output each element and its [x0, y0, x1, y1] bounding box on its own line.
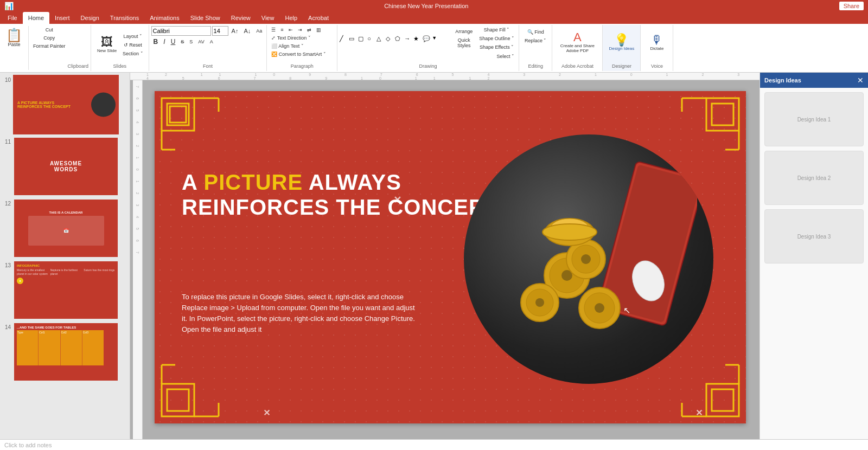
shape-callout[interactable]: 💬 [423, 35, 431, 42]
design-idea-3[interactable]: Design Idea 3 [764, 209, 864, 263]
italic-button[interactable]: I [161, 37, 167, 47]
clipboard-paste-area: 📋 Paste [2, 26, 29, 70]
shape-line[interactable]: ╱ [340, 35, 348, 42]
share-button[interactable]: Share [839, 2, 864, 10]
rtl-button[interactable]: ⇄ [305, 26, 314, 34]
tab-acrobat[interactable]: Acrobat [303, 12, 334, 24]
clear-format-button[interactable]: Aa [254, 27, 264, 35]
text-direction-button[interactable]: ⤢ Text Direction ˅ [269, 34, 312, 42]
columns-button[interactable]: ▥ [314, 26, 323, 34]
designer-label: Designer [612, 63, 631, 70]
shape-triangle[interactable]: △ [376, 35, 385, 42]
fontcolor-button[interactable]: A [208, 38, 215, 46]
char-spacing-button[interactable]: AV [196, 38, 206, 46]
tab-help[interactable]: Help [279, 12, 303, 24]
dictate-button[interactable]: 🎙 Dictate [646, 26, 667, 59]
shape-more[interactable]: ▼ [432, 35, 441, 42]
voice-group: 🎙 Dictate Voice [641, 25, 673, 71]
slide-num-13: 13 [2, 260, 11, 268]
clipboard-group: 📋 Paste Cut Copy Format Painter Clipboar… [0, 25, 91, 71]
format-painter-button[interactable]: Format Painter [31, 42, 68, 50]
slides-group: 🖼 New Slide Layout ˅ ↺ Reset Section ˅ S… [91, 25, 149, 71]
slide-img-14[interactable]: ...And the same goes for tables Type Col… [13, 322, 119, 382]
slide-thumb-10[interactable]: 10 A Picture AlwaysReinforces The Concep… [2, 75, 127, 134]
shape-star[interactable]: ★ [413, 35, 422, 42]
shape-rounded[interactable]: ▢ [358, 35, 367, 42]
heading-always: Always [303, 170, 401, 194]
design-idea-2[interactable]: Design Idea 2 [764, 151, 864, 205]
ribbon: 📋 Paste Cut Copy Format Painter Clipboar… [0, 24, 868, 73]
section-button[interactable]: Section ˅ [120, 50, 145, 57]
shape-outline-button[interactable]: Shape Outline ˅ [477, 35, 516, 42]
heading-reinforces: Reinforces The Concept [182, 195, 497, 219]
slide-circle-image[interactable] [464, 134, 713, 384]
decrease-indent-button[interactable]: ⇤ [286, 26, 295, 34]
align-text-button[interactable]: ⬜ Align Text ˅ [269, 42, 305, 50]
paste-button[interactable]: 📋 Paste [2, 26, 26, 50]
designer-content: Design Idea 1 Design Idea 2 Design Idea … [760, 88, 868, 439]
underline-button[interactable]: U [169, 37, 178, 47]
convert-smartart-button[interactable]: 🔀 Convert to SmartArt ˅ [269, 50, 328, 58]
find-button[interactable]: 🔍 Find [522, 28, 549, 36]
copy-button[interactable]: Copy [31, 34, 68, 42]
replace-button[interactable]: Replace ˅ [522, 37, 549, 44]
tab-file[interactable]: File [2, 12, 23, 24]
tab-home[interactable]: Home [23, 12, 49, 24]
quick-styles-button[interactable]: QuickStyles [453, 36, 475, 49]
slide-heading[interactable]: A Picture Always Reinforces The Concept [182, 170, 497, 220]
designer-close-button[interactable]: ✕ [857, 76, 864, 85]
reset-button[interactable]: ↺ Reset [120, 41, 145, 49]
slide-img-11[interactable]: AwesomeWords [13, 137, 119, 196]
shape-rect[interactable]: ▭ [349, 35, 358, 42]
decrease-font-button[interactable]: A↓ [241, 27, 253, 35]
tab-insert[interactable]: Insert [49, 12, 75, 24]
create-pdf-button[interactable]: A Create and Share Adobe PDF [554, 26, 600, 59]
new-slide-button[interactable]: 🖼 New Slide [94, 29, 119, 61]
slide-thumb-12[interactable]: 12 This is a Calendar 📅 [2, 198, 127, 258]
paste-label: Paste [8, 42, 20, 47]
tab-animations[interactable]: Animations [144, 12, 184, 24]
layout-button[interactable]: Layout ˅ [120, 33, 145, 40]
bullets-button[interactable]: ☰ [269, 26, 278, 34]
tab-design[interactable]: Design [75, 12, 105, 24]
shape-arrow[interactable]: → [404, 35, 413, 42]
select-button[interactable]: Select ˅ [494, 53, 516, 60]
drawing-group: ╱ ▭ ▢ ○ △ ◇ ⬠ → ★ 💬 ▼ Arrange QuickStyle… [337, 25, 519, 71]
slide-img-13[interactable]: Infographic Mercury is the smallest plan… [13, 260, 119, 320]
design-idea-1[interactable]: Design Idea 1 [764, 92, 864, 146]
tab-review[interactable]: Review [226, 12, 256, 24]
cut-button[interactable]: Cut [31, 26, 68, 34]
strikethrough-button[interactable]: S [178, 38, 186, 46]
numbering-button[interactable]: ≡ [278, 26, 285, 34]
slide-img-10[interactable]: A Picture AlwaysReinforces The Concept [13, 75, 119, 134]
design-ideas-button[interactable]: 💡 Design Ideas [605, 26, 639, 59]
slide-thumb-14[interactable]: 14 ...And the same goes for tables Type … [2, 322, 127, 382]
new-slide-label: New Slide [97, 48, 117, 53]
increase-indent-button[interactable]: ⇥ [296, 26, 304, 34]
slide-canvas[interactable]: ✕ ✕ ✕ ✕ A Picture Always Reinforces The … [155, 91, 746, 423]
shape-circle[interactable]: ○ [367, 35, 376, 42]
tab-slideshow[interactable]: Slide Show [185, 12, 226, 24]
increase-font-button[interactable]: A↑ [229, 27, 241, 35]
bold-button[interactable]: B [151, 37, 161, 47]
canvas-wrapper[interactable]: 7 6 5 4 3 2 1 0 1 2 3 4 5 6 7 [133, 80, 757, 439]
font-size-input[interactable] [212, 26, 228, 36]
shape-pentagon[interactable]: ⬠ [395, 35, 404, 42]
slide-thumb-13[interactable]: 13 Infographic Mercury is the smallest p… [2, 260, 127, 320]
shape-diamond[interactable]: ◇ [386, 35, 394, 42]
slide-body-text[interactable]: To replace this picture in Google Slides… [182, 292, 420, 336]
shape-fill-button[interactable]: Shape Fill ˅ [477, 26, 516, 34]
tab-view[interactable]: View [256, 12, 280, 24]
canvas-area[interactable]: 12 11 10 9 8 7 6 5 4 3 2 1 0 1 2 3 4 5 6… [130, 73, 760, 439]
notes-bar[interactable]: Click to add notes [0, 439, 868, 450]
slide-num-10: 10 [2, 75, 11, 83]
main-area: 10 A Picture AlwaysReinforces The Concep… [0, 73, 868, 439]
shape-effects-button[interactable]: Shape Effects ˅ [477, 43, 516, 51]
slide-thumb-11[interactable]: 11 AwesomeWords [2, 137, 127, 196]
tab-transitions[interactable]: Transitions [105, 12, 144, 24]
font-name-input[interactable] [151, 26, 211, 36]
arrange-button[interactable]: Arrange [453, 28, 475, 35]
shadow-button[interactable]: S [187, 38, 195, 46]
slide-img-12[interactable]: This is a Calendar 📅 [13, 198, 119, 258]
svg-point-43 [542, 224, 597, 240]
